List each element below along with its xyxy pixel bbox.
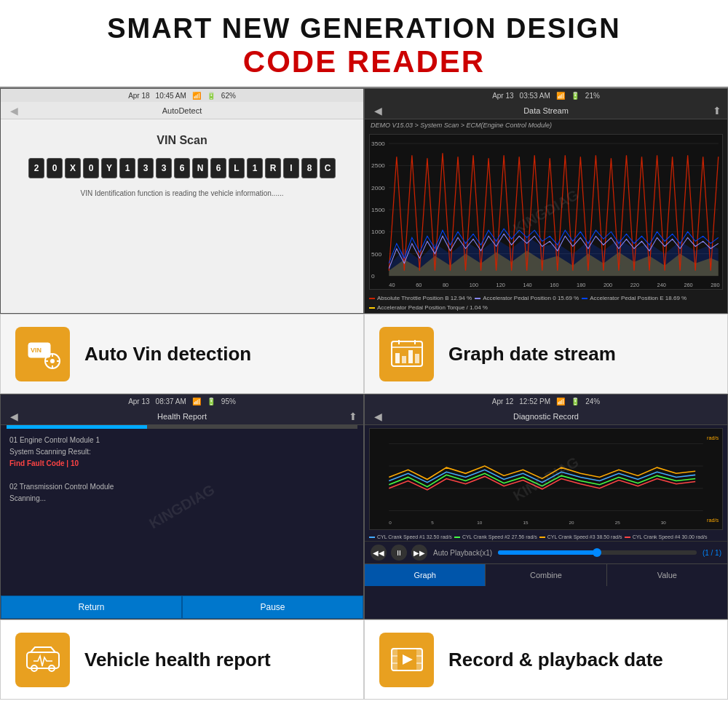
ds-status-time: 03:53 AM <box>520 92 550 100</box>
svg-text:3500: 3500 <box>371 141 385 147</box>
vin-char: L <box>229 158 245 178</box>
diag-legend-1: CYL Crank Speed #1 32.50 rad/s <box>369 534 452 539</box>
wifi-icon: 📶 <box>192 92 201 100</box>
health-return-btn[interactable]: Return <box>1 596 182 619</box>
svg-text:2500: 2500 <box>371 163 385 170</box>
svg-rect-41 <box>395 353 400 363</box>
vin-char: 1 <box>119 158 135 178</box>
diag-status-date: Apr 12 <box>492 397 513 405</box>
health-export-icon[interactable]: ⬆ <box>349 411 357 422</box>
svg-text:500: 500 <box>371 251 381 258</box>
diag-screen-title: Diagnostic Record <box>513 412 579 421</box>
diag-legend-3: CYL Crank Speed #3 38.50 rad/s <box>539 534 622 539</box>
diag-chart-area: KINGDIAG rad/s rad/s 0 5 <box>369 428 723 530</box>
health-buttons: Return Pause <box>1 596 363 619</box>
svg-text:25: 25 <box>615 520 621 525</box>
svg-text:1500: 1500 <box>371 207 385 213</box>
data-stream-screen: Apr 13 03:53 AM 📶 🔋 21% ◀ Data Stream ⬆ … <box>364 88 728 314</box>
vin-char: 3 <box>138 158 154 178</box>
legend-color-1 <box>369 298 375 299</box>
health-icon <box>25 641 61 678</box>
diag-battery-icon: 🔋 <box>571 397 579 405</box>
legend-label-3: Accelerator Pedal Position E 18.69 % <box>590 295 687 301</box>
svg-text:VIN: VIN <box>31 347 41 354</box>
ds-battery-icon: 🔋 <box>571 92 579 100</box>
health-battery-icon: 🔋 <box>207 397 215 405</box>
forward-btn[interactable]: ▶▶ <box>411 545 427 561</box>
battery-icon: 🔋 <box>207 92 215 100</box>
svg-text:0: 0 <box>389 520 392 525</box>
header-line1: SMART NEW GENERATION DESIGN <box>7 13 721 44</box>
health-feature-text: Vehicle health report <box>84 649 271 671</box>
vin-char: 3 <box>156 158 172 178</box>
ds-export-icon[interactable]: ⬆ <box>713 105 721 116</box>
vin-char: R <box>265 158 281 178</box>
progress-thumb <box>498 550 597 555</box>
health-content: 01 Engine Control Module 1 System Scanni… <box>1 429 363 619</box>
health-item-1: 01 Engine Control Module 1 <box>9 435 355 446</box>
diag-legend-color-1 <box>369 537 375 538</box>
diag-back-btn[interactable]: ◀ <box>371 410 385 423</box>
vin-feature-banner: VIN Auto Vin detection <box>0 314 364 394</box>
legend-color-2 <box>475 298 480 299</box>
diag-legend-label-1: CYL Crank Speed #1 32.50 rad/s <box>377 534 452 539</box>
health-title-bar: ◀ Health Report ⬆ <box>1 408 363 425</box>
svg-point-36 <box>50 359 55 363</box>
vin-screen-title: AutoDetect <box>162 106 202 115</box>
vin-content: VIN Scan 20X0Y1336N6L1RI8C VIN Identific… <box>1 119 363 212</box>
svg-text:240: 240 <box>657 282 666 288</box>
diag-chart-svg: rad/s rad/s 0 5 10 15 20 <box>370 429 722 529</box>
vin-status-date: Apr 18 <box>128 92 149 100</box>
rewind-btn[interactable]: ◀◀ <box>371 545 387 561</box>
header: SMART NEW GENERATION DESIGN CODE READER <box>0 0 728 87</box>
health-fault: Find Fault Code | 10 <box>9 458 355 470</box>
svg-text:120: 120 <box>496 282 505 288</box>
svg-text:rad/s: rad/s <box>707 435 719 441</box>
legend-color-4 <box>369 307 375 309</box>
svg-rect-62 <box>392 649 397 670</box>
ds-legend-item-4: Accelerator Pedal Position Torque / 1.04… <box>369 304 488 311</box>
diag-tab-value[interactable]: Value <box>607 564 727 586</box>
ds-back-btn[interactable]: ◀ <box>371 104 385 117</box>
header-line2: CODE READER <box>7 44 721 79</box>
vin-char: 0 <box>83 158 99 178</box>
diag-legend-2: CYL Crank Speed #2 27.56 rad/s <box>454 534 537 539</box>
diag-tab-combine[interactable]: Combine <box>486 564 606 586</box>
vin-back-btn[interactable]: ◀ <box>7 104 21 117</box>
svg-rect-43 <box>408 350 413 363</box>
diag-record-screen: Apr 12 12:52 PM 📶 🔋 24% ◀ Diagnostic Rec… <box>364 394 728 620</box>
main-grid: Apr 18 10:45 AM 📶 🔋 62% ◀ AutoDetect VIN… <box>0 87 728 700</box>
vin-number-display: 20X0Y1336N6L1RI8C <box>28 158 336 178</box>
ds-chart-area: KINGDIAG 3500 2500 2000 1500 1000 500 0 <box>369 134 723 290</box>
vin-char: 1 <box>247 158 263 178</box>
health-pause-btn[interactable]: Pause <box>182 596 363 619</box>
pause-btn[interactable]: ⏸ <box>391 545 407 561</box>
vin-char: 0 <box>47 158 63 178</box>
vin-scan-title: VIN Scan <box>157 134 207 147</box>
ds-legend: Absolute Throttle Position B 12.94 % Acc… <box>365 293 727 313</box>
ds-screen-title: Data Stream <box>523 106 569 115</box>
legend-color-3 <box>582 298 587 299</box>
vin-char: N <box>192 158 208 178</box>
health-back-btn[interactable]: ◀ <box>7 410 21 423</box>
svg-text:200: 200 <box>604 282 612 288</box>
diag-status-time: 12:52 PM <box>519 397 550 405</box>
ds-legend-item-2: Accelerator Pedal Position 0 15.69 % <box>475 295 579 301</box>
health-item-2: System Scanning Result: <box>9 446 355 458</box>
progress-track[interactable] <box>498 550 697 555</box>
vin-scan-screen: Apr 18 10:45 AM 📶 🔋 62% ◀ AutoDetect VIN… <box>0 88 364 314</box>
vin-status-time: 10:45 AM <box>156 92 186 100</box>
diag-legend-label-3: CYL Crank Speed #3 38.50 rad/s <box>547 534 622 539</box>
svg-text:5: 5 <box>431 520 434 525</box>
ds-wifi-icon: 📶 <box>556 92 565 100</box>
svg-text:40: 40 <box>389 282 395 288</box>
diag-legend: CYL Crank Speed #1 32.50 rad/s CYL Crank… <box>365 533 727 541</box>
record-feature-text: Record & playback date <box>448 649 663 671</box>
svg-text:60: 60 <box>416 282 422 288</box>
diag-tab-graph[interactable]: Graph <box>365 564 486 586</box>
svg-rect-44 <box>415 354 419 363</box>
ds-status-date: Apr 13 <box>492 92 513 100</box>
graph-feature-banner: Graph date stream <box>364 314 728 394</box>
health-wifi-icon: 📶 <box>192 397 201 405</box>
health-status-bar: Apr 13 08:37 AM 📶 🔋 95% <box>1 395 363 408</box>
